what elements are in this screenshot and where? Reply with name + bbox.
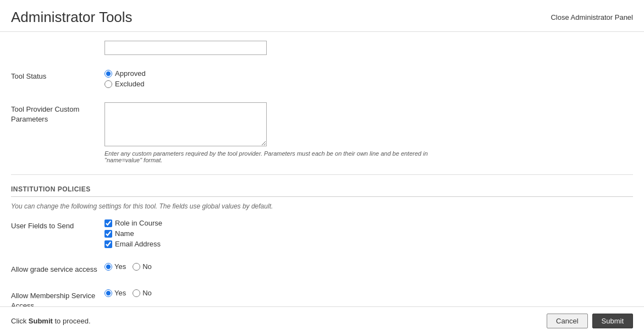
custom-params-help-text: Enter any custom parameters required by … xyxy=(104,150,434,163)
allow-membership-yes-radio[interactable] xyxy=(104,289,112,297)
user-fields-name-label: Name xyxy=(115,229,134,238)
user-fields-email-checkbox[interactable] xyxy=(104,240,112,248)
institution-policies-desc: You can change the following settings fo… xyxy=(11,202,633,210)
allow-grade-label: Allow grade service access xyxy=(11,262,104,274)
top-input-field xyxy=(104,41,633,55)
allow-membership-yes-option[interactable]: Yes xyxy=(104,289,126,297)
footer-text-suffix: to proceed. xyxy=(53,317,91,325)
tool-status-excluded-option[interactable]: Excluded xyxy=(104,80,633,88)
user-fields-name-checkbox[interactable] xyxy=(104,230,112,238)
tool-status-approved-label: Approved xyxy=(115,69,146,78)
user-fields-email-label: Email Address xyxy=(115,240,161,248)
custom-params-field: Enter any custom parameters required by … xyxy=(104,102,633,163)
user-fields-role-checkbox[interactable] xyxy=(104,219,112,227)
tool-status-row: Tool Status Approved Excluded xyxy=(11,66,633,91)
top-text-input[interactable] xyxy=(104,41,267,55)
user-fields-row: User Fields to Send Role in Course Name … xyxy=(11,216,633,251)
allow-grade-field: Yes No xyxy=(104,262,633,271)
user-fields-field: Role in Course Name Email Address xyxy=(104,219,633,248)
allow-grade-yes-radio[interactable] xyxy=(104,263,112,271)
allow-membership-no-option[interactable]: No xyxy=(133,289,152,297)
top-input-label xyxy=(11,41,104,43)
tool-status-approved-radio[interactable] xyxy=(104,70,112,78)
allow-grade-no-radio[interactable] xyxy=(133,263,140,271)
footer-button-group: Cancel Submit xyxy=(547,314,633,328)
allow-membership-radio-group: Yes No xyxy=(104,289,633,297)
user-fields-name-option[interactable]: Name xyxy=(104,229,633,238)
institution-policies-section-header: INSTITUTION POLICIES xyxy=(11,185,633,197)
page-wrapper: Administrator Tools Close Administrator … xyxy=(0,0,644,335)
cancel-button[interactable]: Cancel xyxy=(547,314,587,328)
custom-params-label: Tool Provider Custom Parameters xyxy=(11,102,104,124)
user-fields-email-option[interactable]: Email Address xyxy=(104,240,633,248)
user-fields-role-option[interactable]: Role in Course xyxy=(104,219,633,227)
allow-grade-yes-label: Yes xyxy=(114,262,126,271)
top-input-row xyxy=(11,37,633,58)
tool-status-excluded-label: Excluded xyxy=(115,80,144,88)
custom-params-textarea[interactable] xyxy=(104,102,267,146)
header: Administrator Tools Close Administrator … xyxy=(0,0,644,32)
user-fields-label: User Fields to Send xyxy=(11,219,104,231)
footer-text-prefix: Click xyxy=(11,317,29,325)
footer: Click Submit to proceed. Cancel Submit xyxy=(0,306,644,335)
submit-button[interactable]: Submit xyxy=(592,314,633,328)
allow-membership-field: Yes No xyxy=(104,289,633,297)
custom-params-row: Tool Provider Custom Parameters Enter an… xyxy=(11,99,633,167)
content-area: Tool Status Approved Excluded Tool Provi… xyxy=(0,32,644,328)
tool-status-excluded-radio[interactable] xyxy=(104,80,112,88)
allow-grade-no-option[interactable]: No xyxy=(133,262,152,271)
allow-grade-no-label: No xyxy=(142,262,152,271)
allow-membership-no-label: No xyxy=(142,289,152,297)
page-title: Administrator Tools xyxy=(11,9,133,26)
allow-membership-yes-label: Yes xyxy=(114,289,126,297)
allow-grade-yes-option[interactable]: Yes xyxy=(104,262,126,271)
allow-grade-row: Allow grade service access Yes No xyxy=(11,259,633,278)
close-administrator-panel-link[interactable]: Close Administrator Panel xyxy=(551,13,633,21)
tool-status-approved-option[interactable]: Approved xyxy=(104,69,633,78)
footer-instructions: Click Submit to proceed. xyxy=(11,317,91,325)
user-fields-checkbox-group: Role in Course Name Email Address xyxy=(104,219,633,248)
allow-grade-radio-group: Yes No xyxy=(104,262,633,271)
tool-status-radio-group: Approved Excluded xyxy=(104,69,633,88)
institution-policies-title: INSTITUTION POLICIES xyxy=(11,185,91,193)
section-divider xyxy=(11,174,633,175)
tool-status-label: Tool Status xyxy=(11,69,104,81)
tool-status-field: Approved Excluded xyxy=(104,69,633,88)
user-fields-role-label: Role in Course xyxy=(115,219,162,227)
footer-submit-bold: Submit xyxy=(29,317,53,325)
allow-membership-no-radio[interactable] xyxy=(133,289,140,297)
